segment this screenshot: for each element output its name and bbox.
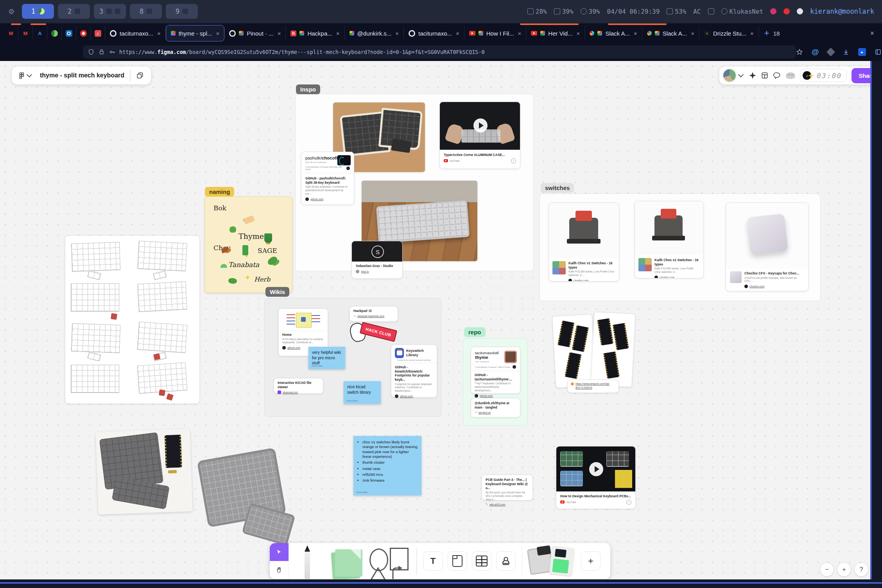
section-label-switches[interactable]: switches [541,183,574,193]
product-card-choc-switches-2[interactable]: Kailh Choc v1 Switches - 16 types Kailh … [635,201,704,278]
play-button-icon[interactable] [589,462,603,476]
tab-slack-2[interactable]: Slack A...× [642,26,699,41]
extension-cube-icon[interactable] [826,48,835,57]
new-tab-button[interactable]: + [764,28,769,38]
password-manager-icon[interactable]: 🔒︎ [858,48,866,56]
pinned-tab-a[interactable]: A [33,26,47,40]
link-row[interactable]: chosfox.com [568,279,615,281]
video-thumbnail[interactable] [440,102,520,150]
share-button[interactable]: Share [852,68,870,83]
section-label-naming[interactable]: naming [205,187,234,197]
templates-icon[interactable] [761,72,769,79]
tab-taciturnaxo-2[interactable]: taciturnaxo...× [404,26,464,41]
section-label-inspo[interactable]: Inspo [296,84,320,94]
link-title[interactable]: GitHub - taciturnaxolotl/thyme:... [475,373,516,381]
board-title[interactable]: thyme - split mech keyboard [38,72,130,79]
duplicate-icon[interactable] [136,72,144,79]
link-card-amazon[interactable]: https://www.amazon.com/dp/B0CYLNZ6V4 [567,380,619,393]
tab-close-icon[interactable]: × [336,30,340,37]
tab-dunkirk[interactable]: @dunkirk.s...× [345,26,404,41]
section-label-wikis[interactable]: Wikis [265,287,289,297]
figjam-canvas[interactable]: Inspo pashutk/chocofi Split 36-key keybo… [0,61,870,579]
youtube-card-pcb-design[interactable]: How to Design Mechanical Keyboard PCBs..… [556,446,636,509]
link-row[interactable]: graz.io [356,270,398,273]
tab-how-i-fil[interactable]: How I Fil...× [464,26,527,41]
sticky-note-tool[interactable] [326,543,366,579]
sticky-note-wiki[interactable]: very helpful wiki for pro micro stuff Ki… [308,347,345,369]
youtube-card-typeractive[interactable]: TyperActive Corne ALUMINUM CASE... YouTu… [439,102,520,169]
link-card-graz[interactable]: S Sebastian Graz - Studio graz.io [351,241,403,279]
current-user-menu[interactable] [722,68,744,82]
tab-her-vid[interactable]: Her Vid...× [526,26,585,41]
pinned-tab-leaf[interactable] [47,26,62,40]
panel-icon[interactable] [875,48,882,56]
workspace-1[interactable]: 1 [22,4,54,19]
zoom-in-button[interactable]: + [837,563,851,576]
link-row[interactable]: ↗hackpad.hackclub.com [353,315,394,318]
tab-close-icon[interactable]: × [216,30,220,37]
video-title[interactable]: TyperActive Corne ALUMINUM CASE... [444,153,516,157]
hack-club-flag-sticker[interactable]: HACK CLUB [350,322,397,343]
tab-hackpad[interactable]: hHackpa...× [286,26,344,41]
tab-counter[interactable]: 18 [773,30,780,37]
trash-tabs-icon[interactable]: × [870,29,878,38]
shape-tool[interactable] [366,543,412,579]
workspace-2[interactable]: 2 [58,4,90,19]
github-card-thyme[interactable]: taciturnaxolotl/thyme *my* keyboard 1 Co… [471,347,520,394]
workspace-8[interactable]: 8 [130,4,162,19]
table-tool[interactable] [472,551,491,571]
play-button-icon[interactable] [473,118,488,133]
main-menu[interactable] [13,72,38,79]
link-row[interactable]: github.com [395,394,433,398]
link-row[interactable]: ↗tangled.sh [475,411,516,414]
tab-close-icon[interactable]: × [157,30,161,37]
link-title[interactable]: GitHub - pashutk/chocofi: Split 36-key k… [305,176,350,185]
comment-bubble-icon[interactable] [773,72,781,79]
product-title[interactable]: Chocfox CFX - Keycaps for Choc... [744,271,804,276]
pinned-tab-outlook[interactable]: O [62,26,76,40]
github-card-kiswitch[interactable]: Keyswitch Library Footprints for popular… [391,344,437,398]
mention-icon[interactable]: @ [812,48,819,56]
url-field[interactable]: https://www.figma.com/board/wyCQS9SeIG2S… [83,45,796,59]
help-button[interactable]: ? [855,563,868,576]
tab-close-icon[interactable]: × [577,30,580,37]
link-row[interactable]: chocfox.com [744,285,804,288]
settings-gear-icon[interactable]: ⚙ [6,6,16,16]
keyboard-case-render[interactable] [198,450,294,543]
link-title[interactable]: Interactive KiCAD file viewer [278,381,319,389]
sticker-pack-chip[interactable] [526,545,577,577]
download-icon[interactable] [843,48,850,56]
tab-close-icon[interactable]: × [634,30,637,37]
link-row[interactable]: chosfox.com [654,276,700,278]
link-row[interactable]: github.com [475,394,516,398]
tab-close-icon[interactable]: × [456,30,459,37]
product-card-choc-switches-1[interactable]: Kailh Choc v1 Switches - 16 types Kailh … [549,203,619,281]
pinned-tab-music-2[interactable]: ♪ [91,26,105,40]
section-tool[interactable] [448,551,467,571]
pro-micro-photos[interactable] [554,313,634,389]
pinned-tab-gmail-2[interactable]: M [18,26,33,40]
link-card-pcb-guide[interactable]: PCB Guide Part 4 - The... | Keyboard Des… [482,475,533,500]
tray-record-icon[interactable] [783,8,790,14]
link-title[interactable]: PCB Guide Part 4 - The... | Keyboard Des… [486,478,529,490]
pinned-tab-music-1[interactable] [76,26,91,40]
link-card-hackpad[interactable]: Hackpad :D ↗hackpad.hackclub.com [350,306,398,322]
info-icon[interactable]: i [626,500,631,505]
stamp-tool[interactable] [496,551,516,571]
key-icon[interactable] [109,48,116,56]
naming-board[interactable]: Bok Choy Thyme SAGE Tanabata Herb [204,196,292,293]
layout-exploration-image[interactable] [65,235,200,404]
link-row[interactable]: ✎wiki.ai03.com [486,503,529,506]
workspace-9[interactable]: 9 [166,4,198,19]
tab-drizzle[interactable]: ≈Drizzle Stu...× [699,26,759,41]
zoom-out-button[interactable]: − [820,563,834,576]
link-row[interactable]: github.com [305,197,350,201]
tray-snow-icon[interactable] [797,8,803,14]
bookmark-star-icon[interactable] [796,48,803,56]
link-title[interactable]: Home [282,333,324,337]
link-card-tangled[interactable]: @dunkirk.sh/thyme at main · tangled ↗tan… [471,398,520,418]
video-title[interactable]: How to Design Mechanical Keyboard PCBs..… [560,494,631,498]
pinned-tab-gmail-1[interactable]: M [4,26,18,40]
tab-close-icon[interactable]: × [691,30,694,37]
section-label-repo[interactable]: repo [464,327,486,337]
